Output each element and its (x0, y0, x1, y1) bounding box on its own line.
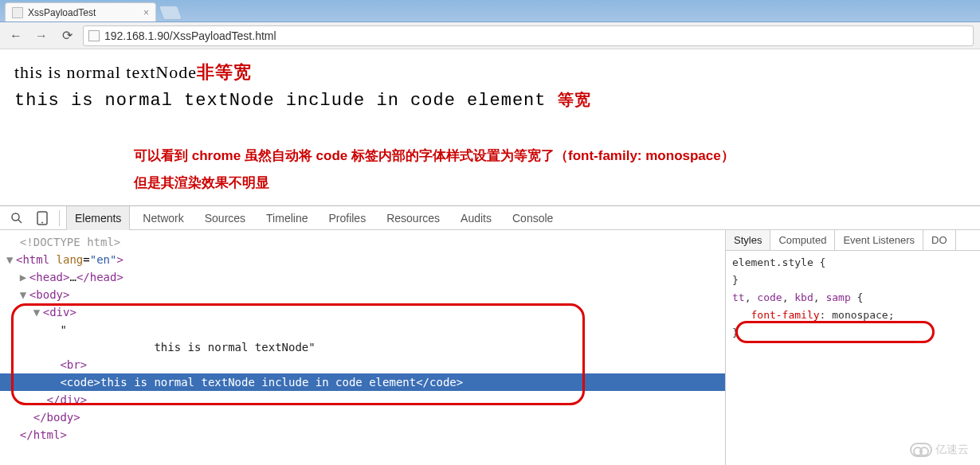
annotation-line-2: 但是其渲染效果不明显 (134, 170, 966, 197)
styles-tab-computed[interactable]: Computed (770, 230, 835, 250)
styles-tab-more[interactable]: DO (923, 230, 956, 250)
url-input[interactable]: 192.168.1.90/XssPayloadTest.html (83, 25, 974, 46)
dom-br[interactable]: <br> (0, 356, 725, 373)
annotation-explanation: 可以看到 chrome 虽然自动将 code 标签内部的字体样式设置为等宽了（f… (134, 143, 966, 197)
toolbar-separator (59, 210, 60, 226)
device-icon[interactable] (32, 208, 53, 229)
normal-text: this is normal textNode (14, 62, 197, 82)
address-bar: ← → ⟳ 192.168.1.90/XssPayloadTest.html (0, 22, 980, 49)
devtools-body: <!DOCTYPE html> ▼<html lang="en"> ▶<head… (0, 230, 980, 465)
watermark: 亿速云 (910, 443, 969, 457)
tab-console[interactable]: Console (504, 206, 561, 230)
styles-tab-eventlisteners[interactable]: Event Listeners (835, 230, 923, 250)
dom-body-open[interactable]: ▼<body> (0, 286, 725, 303)
devtools-panel: Elements Network Sources Timeline Profil… (0, 205, 980, 465)
svg-point-0 (12, 213, 19, 221)
styles-tabs: Styles Computed Event Listeners DO (726, 230, 980, 251)
tab-audits[interactable]: Audits (453, 206, 500, 230)
search-icon[interactable] (6, 208, 27, 229)
style-rule-element[interactable]: element.style { (732, 254, 974, 272)
styles-body[interactable]: element.style { } tt, code, kbd, samp { … (726, 251, 980, 345)
browser-tab-strip: XssPayloadTest × (0, 0, 980, 22)
dom-doctype[interactable]: <!DOCTYPE html> (0, 233, 725, 251)
reload-button[interactable]: ⟳ (57, 26, 76, 45)
style-rule-code-selector[interactable]: tt, code, kbd, samp { (732, 289, 974, 307)
favicon-icon (12, 7, 23, 18)
dom-text-quote[interactable]: " (0, 321, 725, 338)
dom-div-close[interactable]: </div> (0, 391, 725, 408)
page-icon (88, 30, 100, 41)
code-text: this is normal textNode include in code … (14, 91, 547, 111)
dom-html-open[interactable]: ▼<html lang="en"> (0, 251, 725, 268)
url-text: 192.168.1.90/XssPayloadTest.html (104, 29, 276, 42)
tab-sources[interactable]: Sources (197, 206, 253, 230)
annotation-line-1: 可以看到 chrome 虽然自动将 code 标签内部的字体样式设置为等宽了（f… (134, 143, 966, 170)
dom-text-content[interactable]: this is normal textNode" (0, 338, 725, 356)
tab-timeline[interactable]: Timeline (258, 206, 316, 230)
tab-profiles[interactable]: Profiles (320, 206, 374, 230)
page-content: this is normal textNode非等宽 this is norma… (0, 49, 980, 208)
dom-tree-panel[interactable]: <!DOCTYPE html> ▼<html lang="en"> ▶<head… (0, 230, 725, 465)
back-button[interactable]: ← (6, 26, 25, 45)
dom-body-close[interactable]: </body> (0, 408, 725, 426)
annotation-nonmono: 非等宽 (197, 62, 252, 82)
style-rule-code-close: } (732, 324, 974, 342)
svg-point-3 (41, 221, 43, 223)
svg-line-1 (18, 220, 22, 223)
text-line-code: this is normal textNode include in code … (14, 89, 966, 111)
style-rule-code-decl[interactable]: font-family: monospace; (732, 307, 974, 324)
style-rule-element-close: } (732, 272, 974, 289)
dom-div-open[interactable]: ▼<div> (0, 303, 725, 321)
browser-tab[interactable]: XssPayloadTest × (5, 2, 156, 21)
close-icon[interactable]: × (143, 7, 149, 18)
dom-head[interactable]: ▶<head>…</head> (0, 268, 725, 286)
new-tab-button[interactable] (159, 6, 183, 20)
tab-elements[interactable]: Elements (66, 206, 130, 230)
styles-tab-styles[interactable]: Styles (726, 230, 770, 250)
watermark-text: 亿速云 (935, 443, 969, 457)
styles-panel: Styles Computed Event Listeners DO eleme… (725, 230, 980, 465)
forward-button[interactable]: → (32, 26, 51, 45)
dom-code-line[interactable]: <code>this is normal textNode include in… (0, 373, 725, 391)
text-line-normal: this is normal textNode非等宽 (14, 61, 966, 84)
annotation-mono: 等宽 (558, 91, 591, 108)
tab-title: XssPayloadTest (28, 7, 96, 18)
dom-html-close[interactable]: </html> (0, 426, 725, 444)
tab-network[interactable]: Network (135, 206, 191, 230)
watermark-icon (910, 443, 932, 457)
tab-resources[interactable]: Resources (378, 206, 448, 230)
devtools-toolbar: Elements Network Sources Timeline Profil… (0, 206, 980, 230)
